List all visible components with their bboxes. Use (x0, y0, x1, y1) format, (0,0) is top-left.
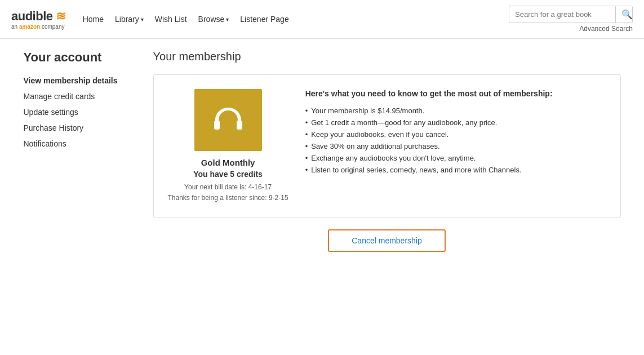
section-title: Your membership (153, 50, 621, 63)
header: audible ≋ an amazon company Home Library… (0, 0, 644, 39)
nav-library[interactable]: Library (115, 15, 139, 24)
main-content: Your membership Gold Monthly You have 5 … (131, 50, 621, 252)
benefit-item: Exchange any audiobooks you don't love, … (305, 152, 606, 164)
search-box: 🔍 (509, 6, 633, 23)
sidebar-link-history[interactable]: Purchase History (24, 123, 84, 132)
main-container: Your account View membership details Man… (12, 39, 632, 263)
chevron-down-icon: ▾ (141, 16, 144, 23)
cancel-area: Cancel membership (153, 229, 621, 252)
nav-browse-dropdown[interactable]: Browse ▾ (198, 15, 229, 24)
billing-info: Your next bill date is: 4-16-17 Thanks f… (168, 182, 288, 203)
sidebar-item-notifications[interactable]: Notifications (24, 139, 119, 148)
membership-left: Gold Monthly You have 5 credits Your nex… (168, 89, 288, 203)
benefit-item: Get 1 credit a month—good for any audiob… (305, 117, 606, 128)
cancel-membership-button[interactable]: Cancel membership (328, 229, 446, 252)
search-area: 🔍 Advanced Search (509, 6, 633, 33)
logo-brand: audible (11, 9, 53, 23)
credits-count: You have 5 credits (193, 170, 263, 179)
benefit-item: Your membership is $14.95/month. (305, 105, 606, 117)
svg-rect-1 (237, 121, 242, 130)
sidebar-link-credit-cards[interactable]: Manage credit cards (24, 92, 95, 101)
audible-logo-box (194, 89, 262, 151)
main-nav: Home Library ▾ Wish List Browse ▾ Listen… (83, 15, 509, 24)
nav-wishlist[interactable]: Wish List (155, 15, 187, 24)
logo-tagline: an amazon company (11, 24, 66, 30)
benefit-item: Save 30% on any additional purchases. (305, 140, 606, 152)
plan-name: Gold Monthly (201, 158, 255, 167)
nav-home[interactable]: Home (83, 15, 104, 24)
logo-wing-icon: ≋ (56, 9, 66, 23)
membership-right: Here's what you need to know to get the … (305, 89, 606, 176)
svg-rect-0 (214, 121, 220, 130)
logo: audible ≋ (11, 9, 66, 24)
nav-library-dropdown[interactable]: Library ▾ (115, 15, 144, 24)
search-button[interactable]: 🔍 (615, 6, 633, 23)
sidebar-link-notifications[interactable]: Notifications (24, 139, 66, 148)
benefits-list: Your membership is $14.95/month. Get 1 c… (305, 105, 606, 176)
listener-since: Thanks for being a listener since: 9-2-1… (168, 193, 288, 203)
sidebar-item-credit-cards[interactable]: Manage credit cards (24, 92, 119, 101)
benefit-item: Listen to original series, comedy, news,… (305, 164, 606, 176)
sidebar-nav: View membership details Manage credit ca… (24, 76, 119, 148)
nav-listener-page[interactable]: Listener Page (240, 15, 288, 24)
sidebar-item-history[interactable]: Purchase History (24, 123, 119, 132)
audible-headphone-icon (211, 105, 245, 136)
nav-browse[interactable]: Browse (198, 15, 225, 24)
membership-intro: Here's what you need to know to get the … (305, 89, 606, 98)
sidebar-item-settings[interactable]: Update settings (24, 108, 119, 117)
sidebar-link-settings[interactable]: Update settings (24, 108, 78, 117)
page-title: Your account (24, 50, 119, 65)
chevron-down-icon-2: ▾ (226, 16, 229, 23)
sidebar-item-membership[interactable]: View membership details (24, 76, 119, 85)
next-bill-date: Your next bill date is: 4-16-17 (168, 182, 288, 193)
search-input[interactable] (509, 7, 615, 22)
sidebar-link-membership[interactable]: View membership details (24, 76, 118, 85)
logo-area: audible ≋ an amazon company (11, 9, 66, 30)
benefit-item: Keep your audiobooks, even if you cancel… (305, 128, 606, 140)
advanced-search-link[interactable]: Advanced Search (579, 25, 633, 33)
membership-card: Gold Monthly You have 5 credits Your nex… (153, 74, 621, 218)
sidebar: Your account View membership details Man… (24, 50, 131, 252)
